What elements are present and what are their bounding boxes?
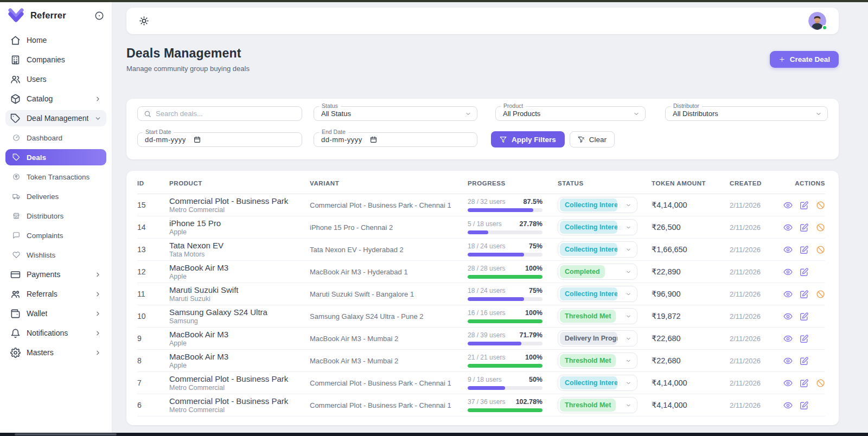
horizontal-scrollbar-thumb[interactable] — [15, 433, 117, 435]
status-dropdown[interactable]: Collecting Interest — [558, 241, 637, 258]
product-cell: Tata Nexon EV Tata Motors — [169, 241, 310, 259]
filters-row-2: Start Date dd-mm-yyyy End Date dd-mm-yyy… — [137, 131, 828, 148]
sidebar-item-token-transactions[interactable]: Token Transactions — [5, 169, 106, 185]
sidebar-item-notifications[interactable]: Notifications — [5, 325, 106, 341]
view-deal-button[interactable] — [783, 356, 793, 366]
view-deal-button[interactable] — [783, 201, 793, 210]
sidebar-item-label: Payments — [27, 270, 60, 279]
view-deal-button[interactable] — [783, 245, 793, 254]
view-deal-button[interactable] — [783, 312, 793, 321]
status-dropdown[interactable]: Collecting Interest — [558, 286, 637, 302]
view-deal-button[interactable] — [783, 401, 793, 410]
edit-deal-button[interactable] — [800, 223, 809, 232]
product-name: MacBook Air M3 — [169, 330, 310, 339]
sidebar-item-payments[interactable]: Payments — [5, 266, 106, 283]
payments-icon — [10, 270, 21, 280]
column-header-created: CREATED — [730, 180, 783, 187]
ban-icon — [816, 290, 825, 299]
column-header-token-amount: TOKEN AMOUNT — [652, 180, 730, 187]
status-dropdown[interactable]: Threshold Met — [558, 308, 637, 324]
sidebar-item-complaints[interactable]: Complaints — [5, 227, 106, 243]
status-dropdown[interactable]: Collecting Interest — [558, 375, 637, 391]
cancel-deal-button[interactable] — [816, 223, 825, 232]
created-date: 2/11/2026 — [730, 246, 783, 254]
progress-bar — [468, 386, 542, 390]
sidebar-item-users[interactable]: Users — [5, 71, 106, 87]
table-row: 14 iPhone 15 Pro Apple iPhone 15 Pro - C… — [137, 216, 825, 239]
search-input[interactable] — [156, 110, 302, 118]
theme-toggle-button[interactable] — [139, 16, 149, 26]
sidebar-item-referrals[interactable]: Referrals — [5, 286, 106, 302]
sidebar-collapse-button[interactable] — [94, 11, 104, 21]
eye-icon — [783, 267, 793, 277]
deal-id: 9 — [137, 334, 169, 343]
status-dropdown[interactable]: Collecting Interest — [558, 219, 637, 235]
status-filter-select[interactable]: Status All Status — [314, 106, 477, 121]
edit-deal-button[interactable] — [800, 401, 809, 410]
status-dropdown[interactable]: Threshold Met — [558, 397, 637, 413]
sidebar-item-dashboard[interactable]: Dashboard — [5, 130, 106, 146]
edit-deal-button[interactable] — [800, 356, 809, 366]
chevron-down-icon — [625, 291, 632, 297]
actions-cell — [783, 245, 825, 254]
deal-id: 8 — [137, 356, 169, 365]
search-field[interactable] — [137, 106, 302, 121]
cancel-deal-button[interactable] — [816, 201, 825, 210]
progress-cell: 9 / 18 users 50% — [468, 376, 558, 390]
product-filter-select[interactable]: Product All Products — [495, 106, 646, 121]
edit-deal-button[interactable] — [800, 290, 809, 299]
status-dropdown[interactable]: Delivery In Progress — [558, 330, 637, 347]
sidebar-item-deals[interactable]: Deals — [5, 149, 106, 165]
cancel-deal-button[interactable] — [816, 290, 825, 299]
cancel-deal-button[interactable] — [816, 245, 825, 254]
edit-deal-button[interactable] — [800, 312, 809, 321]
view-deal-button[interactable] — [783, 290, 793, 299]
view-deal-button[interactable] — [783, 223, 793, 232]
view-deal-button[interactable] — [783, 334, 793, 343]
create-deal-button[interactable]: Create Deal — [770, 51, 839, 68]
created-date: 2/11/2026 — [730, 379, 783, 387]
variant-cell: Commercial Plot - Business Park - Chenna… — [310, 201, 468, 209]
sidebar-item-label: Companies — [27, 55, 65, 64]
clear-filters-button[interactable]: Clear — [570, 131, 615, 148]
edit-deal-button[interactable] — [800, 201, 809, 210]
sidebar-item-home[interactable]: Home — [5, 32, 106, 48]
end-date-field[interactable]: End Date dd-mm-yyyy — [314, 132, 477, 147]
sidebar-item-masters[interactable]: Masters — [5, 344, 106, 361]
distributor-filter-select[interactable]: Distributor All Distributors — [665, 106, 828, 121]
edit-deal-button[interactable] — [800, 334, 809, 343]
status-badge: Collecting Interest — [560, 221, 617, 234]
sidebar-item-deal-management[interactable]: Deal Management — [5, 110, 106, 126]
progress-users: 28 / 39 users — [468, 331, 505, 339]
progress-bar — [468, 297, 542, 301]
sidebar-item-deliveries[interactable]: Deliveries — [5, 188, 106, 204]
token-icon — [12, 173, 20, 181]
chevron-down-icon — [94, 115, 101, 122]
view-deal-button[interactable] — [783, 379, 793, 388]
sidebar-item-catalog[interactable]: Catalog — [5, 91, 106, 107]
created-date: 2/11/2026 — [730, 290, 783, 298]
status-dropdown[interactable]: Completed — [558, 264, 637, 280]
sidebar-item-wishlists[interactable]: Wishlists — [5, 247, 106, 263]
token-amount: ₹4,14,000 — [652, 401, 730, 409]
sidebar-item-wallet[interactable]: Wallet — [5, 305, 106, 322]
edit-deal-button[interactable] — [800, 267, 809, 277]
sidebar-nav: Home Companies Users Catalog Deal Manage… — [0, 28, 112, 361]
ban-icon — [816, 379, 825, 388]
edit-deal-button[interactable] — [800, 379, 809, 388]
wallet-icon — [10, 309, 21, 319]
view-deal-button[interactable] — [783, 267, 793, 277]
chevron-right-icon — [94, 349, 101, 356]
status-dropdown[interactable]: Collecting Interest — [558, 197, 637, 213]
edit-deal-button[interactable] — [800, 245, 809, 254]
apply-filters-button[interactable]: Apply Filters — [491, 131, 565, 148]
cancel-deal-button[interactable] — [816, 379, 825, 388]
user-avatar[interactable] — [808, 12, 826, 30]
sidebar-item-companies[interactable]: Companies — [5, 52, 106, 68]
progress-percent: 75% — [529, 242, 542, 250]
sidebar-item-distributors[interactable]: Distributors — [5, 208, 106, 224]
notifications-icon — [10, 328, 21, 338]
progress-percent: 100% — [525, 265, 542, 272]
status-dropdown[interactable]: Threshold Met — [558, 352, 637, 369]
start-date-field[interactable]: Start Date dd-mm-yyyy — [137, 132, 302, 147]
